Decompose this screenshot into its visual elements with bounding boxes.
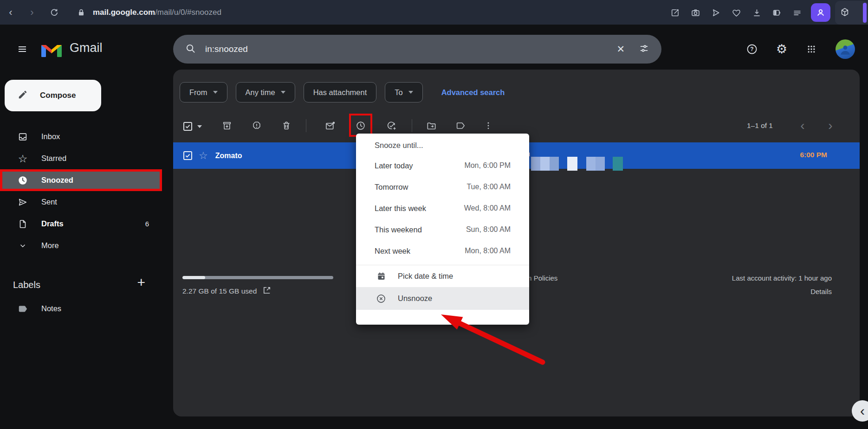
sidebar-item-more[interactable]: More: [0, 235, 162, 256]
option-label: Later this week: [375, 204, 426, 213]
sidebar-item-label: Starred: [41, 154, 66, 163]
sidebar-item-label: Drafts: [41, 219, 64, 228]
snippet-square: [540, 157, 550, 171]
option-label: Tomorrow: [375, 183, 408, 192]
snippet-square: [550, 157, 559, 171]
advanced-search-link[interactable]: Advanced search: [441, 88, 505, 97]
cube-icon[interactable]: [840, 7, 850, 19]
search-options-icon[interactable]: [639, 43, 649, 56]
sidebar-item-drafts[interactable]: Drafts 6: [0, 213, 162, 235]
help-icon[interactable]: ?: [742, 39, 762, 59]
compose-pencil-icon: [18, 90, 28, 102]
snooze-option-later-today[interactable]: Later today Mon, 6:00 PM: [356, 155, 529, 176]
browser-profile-button[interactable]: [811, 3, 830, 22]
menu-lines-icon[interactable]: [791, 6, 803, 19]
filter-chip-to[interactable]: To: [385, 82, 422, 102]
toolbar-divider: [412, 119, 412, 132]
snooze-option-tomorrow[interactable]: Tomorrow Tue, 8:00 AM: [356, 176, 529, 198]
share-edit-icon[interactable]: [669, 6, 681, 19]
email-snippet-emoji-squares: [531, 157, 623, 171]
compose-button[interactable]: Compose: [5, 80, 101, 111]
sidebar-item-sent[interactable]: Sent: [0, 191, 162, 213]
gmail-header: Gmail in:snoozed ✕ ? ⚙: [0, 25, 868, 70]
external-link-icon[interactable]: [262, 286, 272, 297]
mark-unread-icon[interactable]: [319, 115, 341, 137]
sidebar-item-label: Notes: [41, 304, 61, 313]
email-sender: Zomato: [215, 152, 242, 160]
calendar-icon: [376, 271, 387, 282]
gmail-wordmark: Gmail: [70, 41, 103, 55]
sidebar-item-inbox[interactable]: Inbox: [0, 126, 162, 147]
snooze-menu-header: Snooze until...: [356, 134, 529, 155]
compose-label: Compose: [40, 91, 76, 100]
select-all-checkbox[interactable]: [183, 122, 192, 131]
browser-toolbar: ‹ › mail.google.com/mail/u/0/#snoozed: [0, 0, 868, 25]
browser-back-icon[interactable]: ‹: [5, 6, 17, 19]
edge-accent-bar: [863, 3, 867, 23]
email-snooze-time: 6:00 PM: [800, 151, 827, 159]
pick-date-time-option[interactable]: Pick date & time: [356, 265, 529, 287]
star-icon: ☆: [17, 153, 28, 164]
sidebar-item-snoozed[interactable]: Snoozed: [0, 169, 162, 191]
sidebar: Compose Inbox ☆ Starred Snoozed Sent: [0, 70, 173, 429]
email-checkbox[interactable]: [183, 151, 192, 160]
filter-chip-has-attachment[interactable]: Has attachment: [304, 82, 377, 102]
snippet-square: [596, 157, 605, 171]
sent-icon: [17, 197, 28, 208]
sidebar-item-notes[interactable]: Notes: [0, 298, 162, 320]
sidebar-item-starred[interactable]: ☆ Starred: [0, 147, 162, 169]
option-value: Mon, 6:00 PM: [464, 161, 511, 170]
heart-icon[interactable]: [730, 6, 742, 19]
sidebar-item-label: Snoozed: [41, 176, 73, 185]
label-tag-icon: [17, 303, 28, 314]
report-spam-icon[interactable]: [246, 115, 268, 137]
delete-trash-icon[interactable]: [275, 115, 298, 137]
archive-icon[interactable]: [216, 115, 238, 137]
lock-icon: [75, 6, 87, 19]
address-bar[interactable]: mail.google.com/mail/u/0/#snoozed: [93, 0, 221, 25]
snooze-option-this-weekend[interactable]: This weekend Sun, 8:00 AM: [356, 219, 529, 240]
option-label: This weekend: [375, 225, 422, 234]
toolbar-divider: [306, 119, 306, 132]
chip-label: Has attachment: [313, 88, 367, 97]
search-input[interactable]: in:snoozed: [205, 44, 616, 54]
option-value: Tue, 8:00 AM: [466, 183, 511, 191]
camera-icon[interactable]: [689, 6, 701, 19]
storage-section: 2.27 GB of 15 GB used: [182, 276, 333, 297]
drafts-icon: [17, 218, 28, 230]
select-dropdown-caret[interactable]: [197, 125, 202, 128]
labels-title: Labels: [13, 280, 40, 290]
dark-mode-toggle-icon[interactable]: [771, 6, 783, 19]
settings-gear-icon[interactable]: ⚙: [771, 39, 792, 59]
chevron-down-icon: [17, 240, 28, 251]
option-label: Later today: [375, 161, 413, 170]
search-bar[interactable]: in:snoozed ✕: [173, 35, 661, 64]
details-link[interactable]: Details: [810, 288, 832, 295]
storage-progress-bar: [182, 276, 333, 279]
star-icon[interactable]: ☆: [199, 150, 208, 162]
chip-label: Any time: [246, 88, 275, 97]
account-avatar[interactable]: [836, 39, 855, 59]
hamburger-menu-icon[interactable]: [12, 39, 32, 59]
option-value: Sun, 8:00 AM: [466, 225, 511, 234]
collapse-panel-button[interactable]: ‹: [852, 400, 868, 422]
older-page-chevron[interactable]: ›: [819, 115, 842, 137]
snooze-option-next-week[interactable]: Next week Mon, 8:00 AM: [356, 240, 529, 262]
option-label: Pick date & time: [398, 272, 453, 281]
snooze-option-later-this-week[interactable]: Later this week Wed, 8:00 AM: [356, 198, 529, 219]
url-path: /mail/u/0/#snoozed: [155, 8, 221, 17]
newer-page-chevron[interactable]: ‹: [791, 115, 814, 137]
clear-search-icon[interactable]: ✕: [616, 44, 625, 55]
filter-chip-any-time[interactable]: Any time: [236, 82, 295, 102]
send-icon[interactable]: [710, 6, 722, 19]
browser-forward-icon[interactable]: ›: [26, 6, 38, 19]
search-icon[interactable]: [185, 43, 196, 56]
download-icon[interactable]: [751, 6, 763, 19]
browser-refresh-icon[interactable]: [48, 6, 60, 19]
create-label-plus-icon[interactable]: +: [137, 275, 145, 290]
apps-grid-icon[interactable]: [801, 39, 822, 59]
chip-label: From: [189, 88, 207, 97]
snippet-square: [586, 157, 596, 171]
chevron-down-icon: [281, 91, 285, 94]
filter-chip-from[interactable]: From: [180, 82, 227, 102]
